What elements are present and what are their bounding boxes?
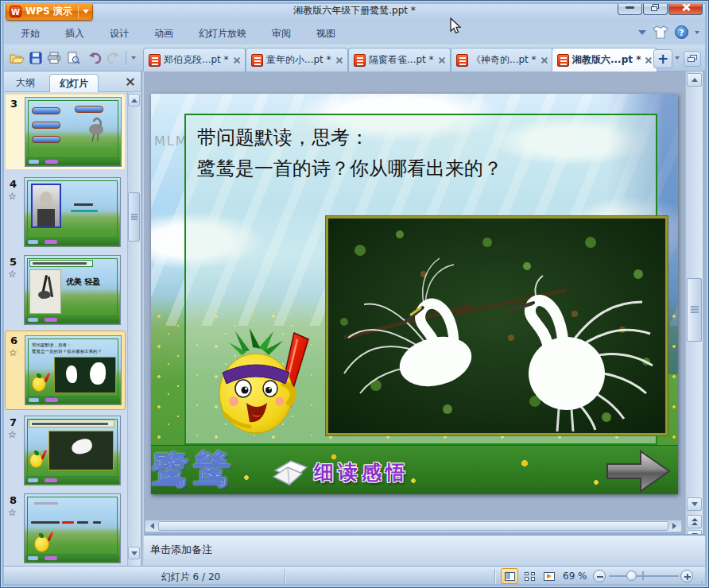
cartoon-character[interactable] [200,328,320,435]
panel-scrollbar[interactable] [127,92,141,566]
print-button[interactable] [45,49,63,67]
doc-tab-label: 郑伯克段...pt * [164,53,229,67]
zoom-level: 69 % [563,571,587,582]
main-horizontal-scrollbar[interactable] [145,520,682,532]
egrets-photo[interactable] [326,216,668,435]
doc-tab-3[interactable]: 隔窗看雀...pt * [348,48,451,72]
tab-list-button[interactable] [684,51,701,67]
zoom-slider-track[interactable] [609,575,679,577]
tab-slides[interactable]: 幻灯片 [49,74,99,92]
animation-star-icon: ☆ [8,191,17,202]
scroll-left-button[interactable] [146,521,158,531]
zoom-slider-thumb[interactable] [626,571,637,581]
redo-button[interactable] [104,49,122,67]
tab-close-icon[interactable] [336,57,343,64]
menu-slideshow[interactable]: 幻灯片放映 [189,25,256,42]
new-tab-dropdown[interactable] [672,49,682,67]
nav-pill [32,107,60,114]
notes-placeholder: 单击添加备注 [150,543,212,557]
tab-close-icon[interactable] [541,57,548,64]
slide-thumbnail-3[interactable]: 3 [5,94,126,170]
tab-outline[interactable]: 大纲 [6,74,45,92]
slide-thumbnail-panel: 3 4 ☆ [3,92,141,566]
egret-photo-mini [48,431,114,470]
slide-question-text[interactable]: 带问题默读，思考： 鹭鸶是一首的诗？你从哪看出来的？ [197,122,502,184]
menu-view[interactable]: 视图 [307,25,345,42]
previous-slide-button[interactable] [687,515,702,528]
tab-close-icon[interactable] [645,57,652,64]
doc-tab-4[interactable]: 《神奇的...pt * [451,48,553,72]
doc-tab-5-active[interactable]: 湘教版六...pt * [552,48,657,72]
slide-number: 8 [10,494,17,506]
slide-wordart-title[interactable]: 鹭鸶 [153,445,235,494]
zoom-out-button[interactable] [593,570,606,582]
vertical-scrollbar-thumb[interactable] [687,278,702,342]
panel-scroll-up-button[interactable] [128,94,140,106]
slide-sorter-button[interactable] [521,568,538,584]
slide-thumbnail-5[interactable]: 5 ☆ 优美 轻盈 [5,253,126,327]
ppt-file-icon [557,54,569,67]
portrait-photo [31,184,61,228]
thumbnail-preview [24,416,121,485]
resize-grip[interactable] [697,574,707,583]
doc-tab-1[interactable]: 郑伯克段...pt * [143,48,246,72]
thumbnail-preview [25,97,122,167]
slide-thumbnail-6-selected[interactable]: 6 ☆ 带问题默读，思考： 鹭鸶是一首的诗？你从哪看出来的？ [5,331,126,410]
panel-scrollbar-thumb[interactable] [128,192,140,242]
save-button[interactable] [27,49,45,67]
menu-insert[interactable]: 插入 [56,25,94,42]
skin-tshirt-icon[interactable] [653,25,668,39]
close-icon [682,3,690,11]
slide-thumbnail-4[interactable]: 4 ☆ [5,175,126,250]
collapse-ribbon-icon[interactable] [638,30,646,35]
menu-animation[interactable]: 动画 [145,25,183,42]
thumb-text-line1: 带问题默读，思考： [32,342,102,348]
menu-review[interactable]: 审阅 [262,25,300,42]
notes-pane[interactable]: 单击添加备注 [144,534,706,566]
scroll-down-button[interactable] [687,497,702,511]
slide-sorter-icon [525,572,535,581]
cartoon-character-mini [34,536,49,552]
horizontal-scrollbar-thumb[interactable] [158,521,668,531]
menu-design[interactable]: 设计 [100,25,138,42]
next-arrow[interactable] [606,447,671,494]
new-tab-button[interactable]: + [653,49,672,68]
slide-canvas[interactable]: MLM 带问题默读，思考： 鹭鸶是一首的诗？你从哪看出来的？ [151,94,678,494]
animation-star-icon: ☆ [8,269,17,280]
print-preview-button[interactable] [64,49,82,67]
document-title: 湘教版六年级下册鹭鸶.ppt * [0,4,709,17]
caption-bar [29,260,93,267]
print-preview-icon [67,52,80,65]
thumbnail-preview [24,177,121,247]
normal-view-button[interactable] [501,568,518,584]
doc-tab-label: 《神奇的...pt * [471,53,537,67]
slide-text-line1: 带问题默读，思考： [197,122,502,153]
close-button[interactable] [668,0,703,15]
undo-icon [88,52,102,64]
restore-button[interactable] [643,0,668,15]
section-label[interactable]: 细读感悟 [314,459,409,485]
help-dropdown-icon[interactable] [695,31,699,34]
doc-tab-2[interactable]: 童年的小...pt * [246,48,348,72]
menu-home[interactable]: 开始 [11,25,49,42]
help-icon[interactable]: ? [675,25,688,39]
minimize-button[interactable] [618,0,642,15]
zoom-in-button[interactable] [680,570,693,582]
undo-button[interactable] [86,49,103,67]
tab-close-icon[interactable] [439,57,445,64]
panel-scroll-down-button[interactable] [128,547,140,559]
scroll-right-button[interactable] [668,521,680,531]
slideshow-button[interactable] [540,568,558,584]
mouse-cursor [450,17,462,35]
open-button[interactable] [8,49,25,67]
scroll-up-button[interactable] [687,73,702,87]
slide-thumbnail-8[interactable]: 8 ☆ [5,491,126,566]
slide-number: 6 [10,335,17,346]
tab-close-icon[interactable] [234,57,240,64]
status-bar: 幻灯片 6 / 20 69 % [0,566,709,586]
toolbar-more-button[interactable] [127,49,140,67]
book-icon [270,456,312,491]
menu-bar: 开始 插入 设计 动画 幻灯片放映 审阅 视图 ? [0,22,709,44]
panel-close-icon[interactable] [126,78,134,86]
slide-thumbnail-7[interactable]: 7 ☆ [5,413,126,488]
